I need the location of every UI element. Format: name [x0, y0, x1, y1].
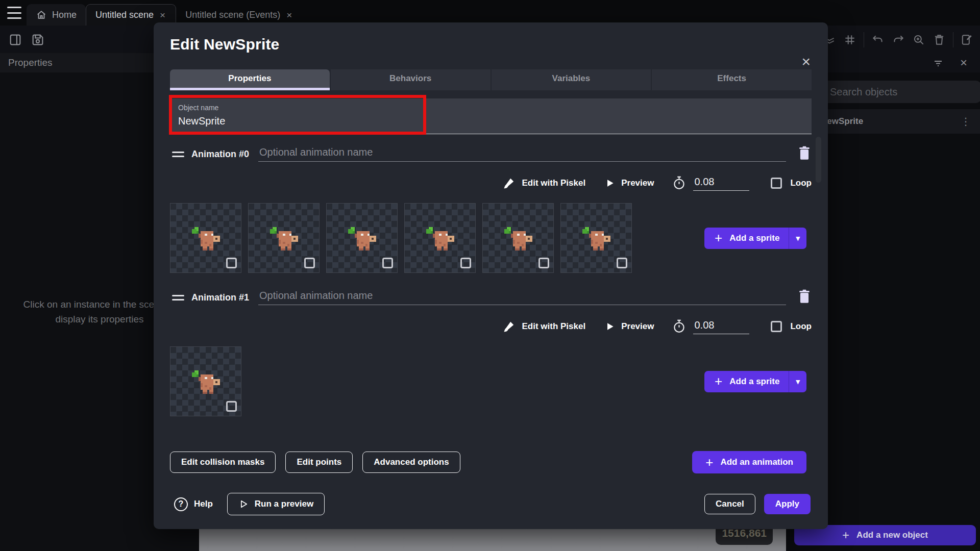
tab-behaviors[interactable]: Behaviors	[331, 69, 491, 90]
loop-checkbox[interactable]	[771, 178, 782, 189]
frame-checkbox[interactable]	[226, 258, 237, 268]
sprite-frame[interactable]	[560, 203, 632, 273]
dialog-title: Edit NewSprite	[170, 36, 812, 53]
brush-icon	[502, 320, 516, 333]
frame-checkbox[interactable]	[382, 258, 393, 268]
sprite-frame[interactable]	[170, 203, 241, 273]
objects-panel-icon[interactable]	[8, 33, 22, 47]
object-name-value: NewSprite	[178, 115, 803, 127]
save-icon[interactable]	[31, 33, 45, 47]
play-icon	[605, 178, 615, 188]
preview-button[interactable]: Preview	[621, 178, 654, 188]
animation-1-frames-row: + Add a sprite ▾	[170, 346, 812, 416]
filter-icon[interactable]	[932, 57, 944, 69]
object-name-field[interactable]: Object name NewSprite	[170, 98, 812, 134]
toolbar-divider	[953, 32, 953, 47]
delete-animation-icon[interactable]	[797, 289, 812, 304]
panel-title: Properties	[8, 57, 53, 68]
question-icon: ?	[174, 497, 188, 511]
tab-variables[interactable]: Variables	[492, 69, 651, 90]
more-options-icon[interactable]: ⋮	[961, 115, 971, 128]
animation-0-tools: Edit with Piskel Preview Loop	[170, 176, 812, 191]
drag-handle-icon[interactable]	[172, 295, 184, 300]
toolbar-divider	[864, 32, 864, 47]
close-icon[interactable]: ×	[801, 54, 811, 69]
trash-icon[interactable]	[933, 33, 946, 46]
animation-0-header: Animation #0	[170, 145, 812, 162]
pig-sprite	[192, 227, 220, 253]
frame-checkbox[interactable]	[226, 401, 237, 412]
animation-title: Animation #0	[191, 149, 249, 160]
tab-label: Untitled scene (Events)	[185, 10, 280, 20]
close-icon[interactable]: ×	[958, 57, 970, 69]
tab-home[interactable]: Home	[27, 4, 86, 26]
chevron-down-icon[interactable]: ▾	[789, 234, 806, 243]
sprite-frame[interactable]	[170, 346, 241, 416]
preview-button[interactable]: Preview	[621, 321, 654, 332]
sprite-frame[interactable]	[404, 203, 476, 273]
apply-button[interactable]: Apply	[764, 494, 811, 514]
edit-with-piskel-button[interactable]: Edit with Piskel	[522, 321, 585, 332]
edit-scene-properties-icon[interactable]	[961, 33, 974, 46]
dialog-tabs: Properties Behaviors Variables Effects	[170, 69, 812, 90]
edit-sprite-dialog: Edit NewSprite × Properties Behaviors Va…	[154, 22, 828, 529]
animation-name-input[interactable]	[258, 146, 786, 162]
plus-icon: +	[842, 528, 849, 542]
time-between-frames-input[interactable]	[693, 176, 749, 191]
scene-toolbar-right	[823, 32, 974, 47]
drag-handle-icon[interactable]	[172, 152, 184, 157]
tab-label: Untitled scene	[95, 10, 154, 20]
window-tab-bar: Home Untitled scene × Untitled scene (Ev…	[0, 0, 980, 26]
pig-sprite	[270, 227, 298, 253]
tab-effects[interactable]: Effects	[652, 69, 812, 90]
tab-label: Home	[52, 10, 77, 20]
dialog-footer-buttons: Edit collision masks Edit points Advance…	[170, 451, 812, 473]
gdevelop-window: Home Untitled scene × Untitled scene (Ev…	[0, 0, 980, 551]
loop-label: Loop	[790, 321, 812, 332]
frame-checkbox[interactable]	[617, 258, 627, 268]
add-an-animation-button[interactable]: + Add an animation	[692, 451, 806, 473]
sprite-frame[interactable]	[326, 203, 398, 273]
frame-checkbox[interactable]	[460, 258, 471, 268]
tab-properties[interactable]: Properties	[170, 69, 330, 90]
plus-icon: +	[704, 230, 729, 246]
menu-icon[interactable]	[7, 7, 21, 19]
loop-checkbox[interactable]	[771, 321, 782, 332]
frame-checkbox[interactable]	[304, 258, 315, 268]
undo-icon[interactable]	[871, 33, 885, 46]
frame-checkbox[interactable]	[538, 258, 549, 268]
redo-icon[interactable]	[892, 33, 905, 46]
run-a-preview-button[interactable]: Run a preview	[227, 493, 325, 515]
sprite-frame[interactable]	[482, 203, 554, 273]
object-name-label: Object name	[178, 104, 803, 112]
chevron-down-icon[interactable]: ▾	[789, 377, 806, 386]
cancel-button[interactable]: Cancel	[704, 494, 755, 514]
plus-icon: +	[705, 455, 713, 470]
edit-collision-masks-button[interactable]: Edit collision masks	[170, 452, 276, 473]
edit-with-piskel-button[interactable]: Edit with Piskel	[522, 178, 585, 188]
pig-sprite	[582, 227, 610, 253]
close-icon[interactable]: ×	[159, 10, 166, 20]
add-sprite-button[interactable]: + Add a sprite ▾	[704, 371, 806, 392]
plus-icon: +	[704, 373, 729, 389]
time-between-frames-input[interactable]	[693, 319, 749, 334]
pig-sprite	[348, 227, 376, 253]
pig-sprite	[504, 227, 532, 253]
loop-label: Loop	[790, 178, 812, 188]
pig-sprite	[426, 227, 454, 253]
animation-title: Animation #1	[191, 292, 249, 303]
grid-icon[interactable]	[843, 33, 856, 46]
zoom-in-icon[interactable]	[912, 33, 925, 46]
stopwatch-icon	[672, 176, 686, 191]
brush-icon	[502, 177, 516, 190]
animation-name-input[interactable]	[258, 290, 786, 305]
add-sprite-button[interactable]: + Add a sprite ▾	[704, 228, 806, 249]
animation-1-tools: Edit with Piskel Preview Loop	[170, 319, 812, 334]
sprite-frame[interactable]	[248, 203, 320, 273]
dialog-scrollbar[interactable]	[816, 137, 821, 183]
advanced-options-button[interactable]: Advanced options	[362, 452, 460, 473]
delete-animation-icon[interactable]	[797, 145, 812, 161]
edit-points-button[interactable]: Edit points	[285, 452, 353, 473]
close-icon[interactable]: ×	[285, 10, 293, 20]
help-button[interactable]: ? Help	[174, 497, 213, 511]
